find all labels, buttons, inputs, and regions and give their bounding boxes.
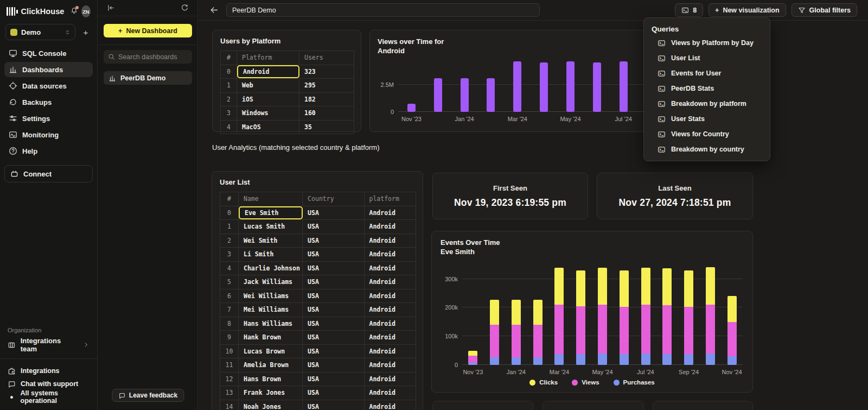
legend-item-views[interactable]: Views xyxy=(572,379,599,386)
table-cell[interactable]: Hans Williams xyxy=(239,317,303,331)
table-cell[interactable]: Android xyxy=(365,317,416,331)
sidebar-item-sql-console[interactable]: SQL Console xyxy=(4,46,93,61)
bar-group[interactable] xyxy=(613,262,635,365)
query-item[interactable]: Breakdown by country xyxy=(652,142,762,157)
table-row[interactable]: 2Wei SmithUSAAndroid xyxy=(220,234,416,248)
table-row[interactable]: 1Web295 xyxy=(221,79,354,93)
table-cell[interactable]: Charlie Johnson xyxy=(239,262,303,275)
table-cell[interactable]: Wei Smith xyxy=(239,234,303,248)
bar-group[interactable]: Jul '24 xyxy=(635,262,656,365)
table-row[interactable]: 7Mei WilliamsUSAAndroid xyxy=(220,303,416,317)
organization-team[interactable]: Integrations team xyxy=(4,338,93,352)
workspace-selector[interactable]: Demo xyxy=(5,24,75,40)
row-index-cell[interactable]: 3 xyxy=(220,248,239,261)
table-cell[interactable]: 323 xyxy=(299,65,354,79)
sidebar-item-data-sources[interactable]: Data sources xyxy=(4,78,93,93)
table-row[interactable]: 0Android323 xyxy=(221,65,354,79)
query-item[interactable]: Events for User xyxy=(652,66,762,81)
row-index-cell[interactable]: 6 xyxy=(220,289,239,303)
query-item[interactable]: User Stats xyxy=(652,111,762,127)
sidebar-item-dashboards[interactable]: Dashboards xyxy=(4,62,93,77)
table-cell[interactable]: Android xyxy=(365,303,416,317)
legend-item-clicks[interactable]: Clicks xyxy=(529,379,558,386)
table-row[interactable]: 9Hank BrownUSAAndroid xyxy=(220,331,416,345)
row-index-cell[interactable]: 2 xyxy=(221,93,237,106)
table-cell[interactable]: Amelia Brown xyxy=(239,358,303,372)
table-cell[interactable]: Web xyxy=(237,79,299,92)
sidebar-item-backups[interactable]: Backups xyxy=(4,94,93,110)
table-row[interactable]: 10Lucas BrownUSAAndroid xyxy=(220,345,416,359)
table-cell[interactable]: USA xyxy=(303,358,364,372)
table-cell[interactable]: Noah Jones xyxy=(239,400,303,410)
table-row[interactable]: 3Windows160 xyxy=(221,106,354,121)
add-service-button[interactable]: + xyxy=(80,28,92,37)
table-cell[interactable]: Android xyxy=(365,234,416,248)
row-index-cell[interactable]: 8 xyxy=(220,317,239,331)
table-cell[interactable]: USA xyxy=(303,303,364,317)
bar-group[interactable]: Jan '24 xyxy=(451,59,478,112)
dashboard-list-item[interactable]: PeerDB Demo xyxy=(104,71,192,85)
table-row[interactable]: 1Lucas SmithUSAAndroid xyxy=(220,220,416,234)
queries-count-button[interactable]: 8 xyxy=(675,3,703,17)
row-index-cell[interactable]: 0 xyxy=(220,206,239,220)
table-cell[interactable]: USA xyxy=(303,220,364,234)
table-cell[interactable]: Wei Williams xyxy=(239,289,303,303)
table-row[interactable]: 3Li SmithUSAAndroid xyxy=(220,248,416,262)
table-cell[interactable]: 160 xyxy=(299,106,354,120)
row-index-cell[interactable]: 12 xyxy=(220,373,239,386)
query-item[interactable]: Breakdown by platform xyxy=(652,96,762,111)
new-visualization-button[interactable]: + New visualization xyxy=(709,3,786,17)
sidebar-item-help[interactable]: Help xyxy=(4,143,93,159)
bar-group[interactable] xyxy=(699,262,721,365)
legend-item-purchases[interactable]: Purchases xyxy=(614,379,655,386)
sidebar-item-monitoring[interactable]: Monitoring xyxy=(4,127,93,142)
table-cell[interactable]: Android xyxy=(365,220,416,234)
table-row[interactable]: 6Wei WilliamsUSAAndroid xyxy=(220,289,416,304)
table-cell[interactable]: USA xyxy=(303,345,364,358)
table-row[interactable]: 2iOS182 xyxy=(221,93,354,107)
query-item[interactable]: User List xyxy=(652,51,762,66)
bar-group[interactable] xyxy=(478,59,505,112)
table-cell[interactable]: 35 xyxy=(299,121,354,134)
row-index-cell[interactable]: 3 xyxy=(221,106,237,120)
table-row[interactable]: 4MacOS35 xyxy=(221,121,354,135)
table-cell[interactable]: USA xyxy=(303,331,364,344)
bar-group[interactable] xyxy=(656,262,678,365)
table-cell[interactable]: Windows xyxy=(237,106,299,120)
table-cell[interactable]: Frank Jones xyxy=(239,386,303,400)
table-cell[interactable]: Android xyxy=(365,262,416,275)
table-cell[interactable]: USA xyxy=(303,289,364,303)
table-cell[interactable]: Android xyxy=(365,206,416,220)
table-cell[interactable]: Android xyxy=(365,400,416,410)
row-index-cell[interactable]: 11 xyxy=(220,358,239,372)
bar-group[interactable]: Mar '24 xyxy=(548,262,570,365)
row-index-cell[interactable]: 9 xyxy=(220,331,239,344)
refresh-icon[interactable] xyxy=(181,4,189,12)
table-cell[interactable]: USA xyxy=(303,248,364,261)
user-avatar[interactable]: ZN xyxy=(81,5,91,17)
table-cell[interactable]: iOS xyxy=(237,93,299,106)
row-index-cell[interactable]: 1 xyxy=(220,220,239,234)
table-cell[interactable]: Lucas Brown xyxy=(239,345,303,358)
bar-group[interactable]: Nov '24 xyxy=(721,262,743,365)
table-cell[interactable]: Hank Brown xyxy=(239,331,303,344)
bar-group[interactable]: Sep '24 xyxy=(678,262,700,365)
table-row[interactable]: 13Frank JonesUSAAndroid xyxy=(220,386,416,400)
table-row[interactable]: 8Hans WilliamsUSAAndroid xyxy=(220,317,416,331)
table-cell[interactable]: Android xyxy=(365,386,416,400)
back-arrow-icon[interactable] xyxy=(209,5,219,15)
bar-group[interactable] xyxy=(425,59,451,112)
row-index-cell[interactable]: 14 xyxy=(220,400,239,410)
dashboard-search[interactable] xyxy=(104,50,192,64)
table-cell[interactable]: Android xyxy=(365,248,416,261)
connect-button[interactable]: Connect xyxy=(4,165,93,182)
bar-group[interactable]: May '24 xyxy=(592,262,614,365)
row-index-cell[interactable]: 2 xyxy=(220,234,239,248)
table-cell[interactable]: 295 xyxy=(299,79,354,92)
sidebar-item-settings[interactable]: Settings xyxy=(4,111,93,126)
table-row[interactable]: 11Amelia BrownUSAAndroid xyxy=(220,358,416,373)
leave-feedback-button[interactable]: Leave feedback xyxy=(112,389,184,402)
table-cell[interactable]: 182 xyxy=(299,93,354,106)
table-row[interactable]: 12Hans BrownUSAAndroid xyxy=(220,373,416,387)
table-row[interactable]: 0Eve SmithUSAAndroid xyxy=(220,206,416,220)
